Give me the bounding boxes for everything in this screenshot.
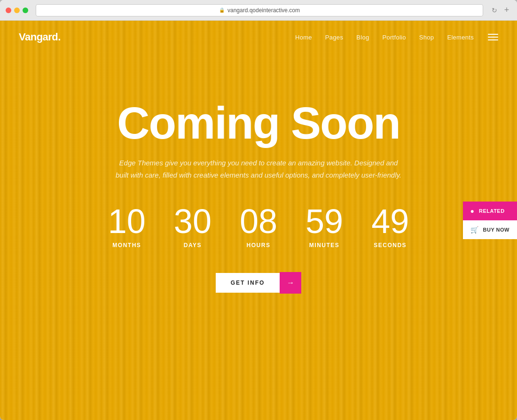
related-icon: ● <box>470 207 474 215</box>
countdown: 10 Months 30 Days 08 Hours 59 Minutes 49 <box>108 204 409 249</box>
countdown-minutes-number: 59 <box>306 204 343 238</box>
countdown-seconds-label: Seconds <box>374 242 407 249</box>
traffic-light-yellow[interactable] <box>14 8 20 13</box>
countdown-months-label: Months <box>112 242 141 249</box>
lock-icon: 🔒 <box>219 8 225 13</box>
cta-container: GET INFO → <box>216 272 302 294</box>
new-tab-button[interactable]: + <box>502 6 511 15</box>
countdown-seconds-number: 49 <box>371 204 409 238</box>
countdown-seconds: 49 Seconds <box>371 204 409 249</box>
hamburger-menu[interactable] <box>488 34 498 40</box>
nav-portfolio[interactable]: Portfolio <box>382 34 406 41</box>
countdown-hours: 08 Hours <box>240 204 277 249</box>
hero-content: Coming Soon Edge Themes give you everyth… <box>0 72 517 322</box>
cart-icon: 🛒 <box>470 226 478 233</box>
related-label: RELATED <box>479 208 505 214</box>
countdown-hours-number: 08 <box>240 204 277 238</box>
browser-window: 🔒 vangard.qodeinteractive.com ↻ + Vangar… <box>0 0 517 420</box>
nav-elements[interactable]: Elements <box>447 34 474 41</box>
nav-links: Home Pages Blog Portfolio Shop Elements <box>295 34 474 41</box>
browser-chrome: 🔒 vangard.qodeinteractive.com ↻ + <box>0 0 517 21</box>
hamburger-line-3 <box>488 39 498 40</box>
hero-description: Edge Themes give you everything you need… <box>113 157 404 181</box>
url-text: vangard.qodeinteractive.com <box>227 7 300 14</box>
browser-actions: ↻ + <box>491 6 511 15</box>
countdown-days-label: Days <box>184 242 202 249</box>
coming-soon-title: Coming Soon <box>117 101 400 146</box>
hamburger-line-1 <box>488 34 498 35</box>
traffic-lights <box>6 8 28 13</box>
countdown-minutes-label: Minutes <box>309 242 340 249</box>
traffic-light-green[interactable] <box>23 8 28 13</box>
nav-home[interactable]: Home <box>295 34 312 41</box>
cta-arrow-button[interactable]: → <box>280 272 301 294</box>
buy-now-label: BUY NOW <box>483 227 509 233</box>
countdown-hours-label: Hours <box>247 242 271 249</box>
navbar: Vangard. Home Pages Blog Portfolio Shop … <box>0 21 517 54</box>
site-content: Vangard. Home Pages Blog Portfolio Shop … <box>0 21 517 420</box>
site-logo[interactable]: Vangard. <box>19 31 61 43</box>
get-info-button[interactable]: GET INFO <box>216 273 280 293</box>
countdown-minutes: 59 Minutes <box>306 204 343 249</box>
countdown-months-number: 10 <box>108 204 146 238</box>
traffic-light-red[interactable] <box>6 8 11 13</box>
hamburger-line-2 <box>488 37 498 38</box>
nav-blog[interactable]: Blog <box>356 34 369 41</box>
countdown-days: 30 Days <box>174 204 212 249</box>
nav-shop[interactable]: Shop <box>419 34 434 41</box>
side-panel: ● RELATED 🛒 BUY NOW <box>463 202 517 239</box>
related-button[interactable]: ● RELATED <box>463 202 517 220</box>
reload-button[interactable]: ↻ <box>491 7 498 14</box>
nav-pages[interactable]: Pages <box>325 34 343 41</box>
countdown-months: 10 Months <box>108 204 146 249</box>
url-bar[interactable]: 🔒 vangard.qodeinteractive.com <box>36 4 483 16</box>
buy-now-button[interactable]: 🛒 BUY NOW <box>463 220 517 239</box>
countdown-days-number: 30 <box>174 204 212 238</box>
